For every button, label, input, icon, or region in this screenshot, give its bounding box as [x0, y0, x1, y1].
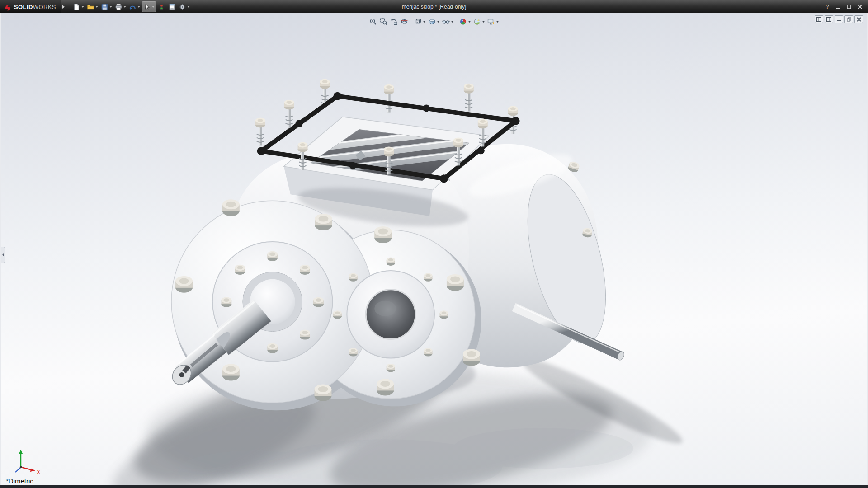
heads-up-view-toolbar — [366, 16, 503, 28]
dropdown-arrow-icon — [81, 6, 84, 8]
dropdown-arrow-icon — [109, 6, 112, 8]
gear-shafts — [298, 127, 477, 174]
undo-arrow-icon — [129, 3, 137, 11]
dropdown-arrow-icon — [137, 6, 140, 8]
doc-close-icon — [857, 17, 861, 22]
rebuild-button[interactable] — [157, 1, 166, 12]
cover-gasket — [257, 92, 520, 183]
triad-z-axis — [15, 467, 21, 472]
brand-bold: SOLID — [14, 4, 33, 10]
panel-collapse-tab[interactable] — [1, 247, 5, 263]
dropdown-arrow-icon — [95, 6, 98, 8]
new-document-icon — [73, 3, 80, 11]
pane-right-icon — [826, 17, 831, 22]
save-floppy-icon — [101, 3, 108, 11]
minimize-button[interactable] — [834, 3, 842, 11]
zoom-to-area-icon — [380, 18, 388, 26]
graphics-viewport[interactable]: x *Dimetric — [1, 13, 867, 485]
main-housing-body — [229, 148, 475, 399]
menu-expand-arrow[interactable] — [61, 0, 67, 13]
maximize-button[interactable] — [845, 3, 853, 11]
edit-appearance-ball-icon — [459, 18, 467, 26]
dropdown-arrow-icon — [437, 21, 440, 23]
file-properties-icon — [168, 3, 176, 11]
display-style-cube-icon — [428, 18, 436, 26]
section-view-icon — [401, 18, 409, 26]
dropdown-arrow-icon — [482, 21, 485, 23]
doc-restore-icon — [847, 17, 851, 22]
edit-appearance-button[interactable] — [458, 17, 472, 27]
flange-bolts — [175, 199, 480, 401]
dropdown-arrow-icon — [496, 21, 499, 23]
open-folder-icon — [87, 3, 94, 11]
options-button[interactable] — [178, 1, 191, 12]
close-button[interactable] — [856, 3, 864, 11]
zoom-to-fit-button[interactable] — [368, 17, 378, 27]
pane-left-icon — [816, 17, 821, 22]
new-document-button[interactable] — [72, 1, 85, 12]
section-view-button[interactable] — [400, 17, 410, 27]
chevron-left-icon — [2, 253, 4, 257]
help-glyph: ? — [826, 4, 829, 10]
front-flange — [171, 201, 481, 410]
doc-restore-button[interactable] — [844, 15, 853, 23]
dropdown-arrow-icon — [451, 21, 454, 23]
select-button[interactable] — [142, 1, 156, 12]
input-bearing-ring — [212, 242, 332, 361]
view-orientation-label: *Dimetric — [6, 477, 33, 485]
pane-right-button[interactable] — [825, 15, 833, 23]
help-button[interactable]: ? — [823, 3, 831, 11]
rear-housing-drum — [434, 144, 620, 367]
dropdown-arrow-icon — [468, 21, 471, 23]
undo-button[interactable] — [128, 1, 141, 12]
apply-scene-ball-icon — [473, 18, 481, 26]
top-cover-opening — [284, 117, 489, 234]
triad-x-axis — [21, 467, 32, 470]
solidworks-logo-icon — [4, 3, 12, 11]
bottom-window-edge — [0, 485, 868, 488]
view-orientation-button[interactable] — [413, 17, 427, 27]
model-render — [1, 13, 867, 485]
floor-reflection — [178, 428, 633, 485]
output-bearing-ring — [333, 257, 448, 372]
dropdown-arrow-icon — [187, 6, 190, 8]
rebuild-traffic-light-icon — [158, 3, 165, 11]
brand-text: SOLIDWORKS — [14, 4, 56, 10]
previous-view-button[interactable] — [389, 17, 399, 27]
pane-left-button[interactable] — [815, 15, 823, 23]
options-gear-icon — [179, 3, 186, 11]
dropdown-arrow-icon — [423, 21, 426, 23]
hide-show-items-button[interactable] — [441, 17, 455, 27]
previous-view-icon — [390, 18, 398, 26]
close-icon — [858, 5, 862, 9]
reference-triad: x — [5, 444, 46, 475]
save-button[interactable] — [100, 1, 113, 12]
doc-minimize-icon — [837, 17, 841, 22]
quick-access-toolbar — [71, 0, 191, 13]
dropdown-arrow-icon — [123, 6, 126, 8]
display-style-button[interactable] — [427, 17, 441, 27]
zoom-to-fit-icon — [369, 18, 377, 26]
triad-x-label: x — [37, 469, 40, 475]
print-button[interactable] — [114, 1, 127, 12]
maximize-icon — [847, 5, 851, 9]
file-properties-button[interactable] — [167, 1, 177, 12]
titlebar: SOLIDWORKS — [0, 0, 868, 13]
side-output-shaft — [512, 303, 626, 361]
window-controls: ? — [823, 3, 868, 11]
hide-show-glasses-icon — [442, 18, 450, 26]
view-settings-icon — [487, 18, 495, 26]
open-button[interactable] — [86, 1, 99, 12]
chevron-right-icon — [62, 5, 65, 9]
solidworks-window: SOLIDWORKS — [0, 0, 868, 488]
cover-studs-back — [320, 79, 518, 134]
apply-scene-button[interactable] — [472, 17, 486, 27]
document-window-controls — [815, 15, 863, 23]
input-shaft — [169, 300, 271, 388]
doc-minimize-button[interactable] — [835, 15, 843, 23]
view-orientation-cube-icon — [414, 18, 422, 26]
doc-close-button[interactable] — [854, 15, 863, 23]
dropdown-arrow-icon — [152, 6, 155, 8]
zoom-to-area-button[interactable] — [379, 17, 389, 27]
view-settings-button[interactable] — [486, 17, 500, 27]
